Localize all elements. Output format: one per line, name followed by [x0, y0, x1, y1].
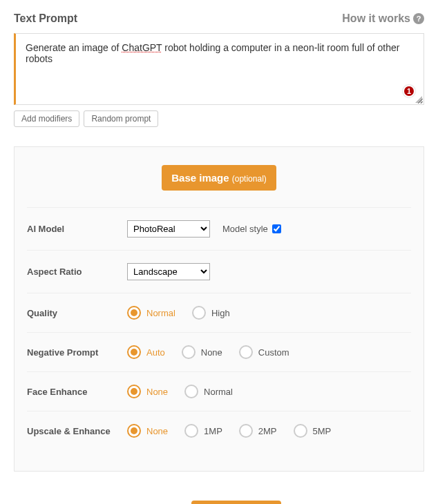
- radio-icon: [184, 424, 198, 438]
- upscale-radio-group: None 1MP 2MP 5MP: [127, 424, 331, 438]
- upscale-2mp-option[interactable]: 2MP: [239, 424, 277, 438]
- base-image-button[interactable]: Base image (optional): [162, 165, 276, 191]
- generate-button[interactable]: Generate ❯: [191, 501, 280, 504]
- aspect-ratio-select[interactable]: Landscape: [127, 263, 210, 280]
- negative-prompt-radio-group: Auto None Custom: [127, 345, 289, 359]
- quality-normal-text: Normal: [146, 308, 175, 318]
- model-style-label[interactable]: Model style: [222, 224, 281, 234]
- quality-high-option[interactable]: High: [192, 306, 230, 320]
- ai-model-label: AI Model: [27, 224, 127, 234]
- negprompt-auto-option[interactable]: Auto: [127, 345, 165, 359]
- upscale-label: Upscale & Enhance: [27, 426, 127, 436]
- random-prompt-button[interactable]: Random prompt: [84, 110, 158, 127]
- quality-label: Quality: [27, 308, 127, 318]
- quality-radio-group: Normal High: [127, 306, 230, 320]
- upscale-5mp-option[interactable]: 5MP: [294, 424, 332, 438]
- prompt-count-badge: 1: [403, 85, 415, 97]
- face-none-text: None: [146, 387, 168, 397]
- settings-card: Base image (optional) AI Model PhotoReal…: [14, 146, 424, 472]
- resize-handle-icon[interactable]: [415, 96, 422, 103]
- aspect-ratio-label: Aspect Ratio: [27, 266, 127, 277]
- how-it-works-label: How it works: [342, 12, 410, 25]
- negprompt-custom-text: Custom: [258, 347, 289, 358]
- face-normal-text: Normal: [204, 387, 233, 397]
- add-modifiers-button[interactable]: Add modifiers: [14, 110, 79, 127]
- radio-icon: [127, 306, 141, 320]
- radio-icon: [182, 345, 196, 359]
- negprompt-auto-text: Auto: [146, 347, 165, 358]
- face-enhance-label: Face Enhance: [27, 387, 127, 397]
- face-enhance-row: Face Enhance None Normal: [27, 371, 411, 411]
- ai-model-row: AI Model PhotoReal Model style: [27, 207, 411, 250]
- upscale-none-option[interactable]: None: [127, 424, 168, 438]
- radio-icon: [294, 424, 307, 438]
- ai-model-select[interactable]: PhotoReal: [127, 220, 210, 238]
- radio-icon: [127, 385, 141, 398]
- upscale-5mp-text: 5MP: [313, 426, 332, 436]
- negprompt-custom-option[interactable]: Custom: [239, 345, 289, 359]
- negprompt-none-option[interactable]: None: [182, 345, 222, 359]
- model-style-text: Model style: [222, 224, 268, 234]
- base-image-label: Base image: [171, 172, 229, 184]
- quality-high-text: High: [211, 308, 230, 318]
- help-icon: ?: [413, 13, 424, 24]
- model-style-checkbox[interactable]: [272, 224, 281, 233]
- prompt-text-before: Generate an image of: [26, 42, 122, 53]
- base-image-optional: (optional): [232, 174, 267, 184]
- prompt-textarea[interactable]: Generate an image of ChatGPT robot holdi…: [14, 33, 424, 105]
- upscale-none-text: None: [146, 426, 168, 436]
- upscale-2mp-text: 2MP: [258, 426, 277, 436]
- upscale-1mp-option[interactable]: 1MP: [184, 424, 222, 438]
- quality-row: Quality Normal High: [27, 293, 411, 332]
- face-none-option[interactable]: None: [127, 385, 168, 398]
- face-normal-option[interactable]: Normal: [184, 385, 233, 398]
- upscale-row: Upscale & Enhance None 1MP 2MP 5MP: [27, 411, 411, 450]
- radio-icon: [192, 306, 206, 320]
- radio-icon: [184, 385, 198, 398]
- upscale-1mp-text: 1MP: [204, 426, 222, 436]
- prompt-spell-word: ChatGPT: [122, 42, 162, 53]
- quality-normal-option[interactable]: Normal: [127, 306, 175, 320]
- radio-icon: [127, 345, 141, 359]
- negative-prompt-row: Negative Prompt Auto None Custom: [27, 332, 411, 371]
- face-enhance-radio-group: None Normal: [127, 385, 233, 398]
- radio-icon: [127, 424, 141, 438]
- how-it-works-link[interactable]: How it works ?: [342, 12, 424, 25]
- negative-prompt-label: Negative Prompt: [27, 347, 127, 358]
- aspect-ratio-row: Aspect Ratio Landscape: [27, 250, 411, 293]
- text-prompt-heading: Text Prompt: [14, 12, 77, 25]
- radio-icon: [239, 424, 253, 438]
- negprompt-none-text: None: [201, 347, 222, 358]
- footer: -5 ⚡ Generate ❯: [14, 501, 424, 504]
- radio-icon: [239, 345, 253, 359]
